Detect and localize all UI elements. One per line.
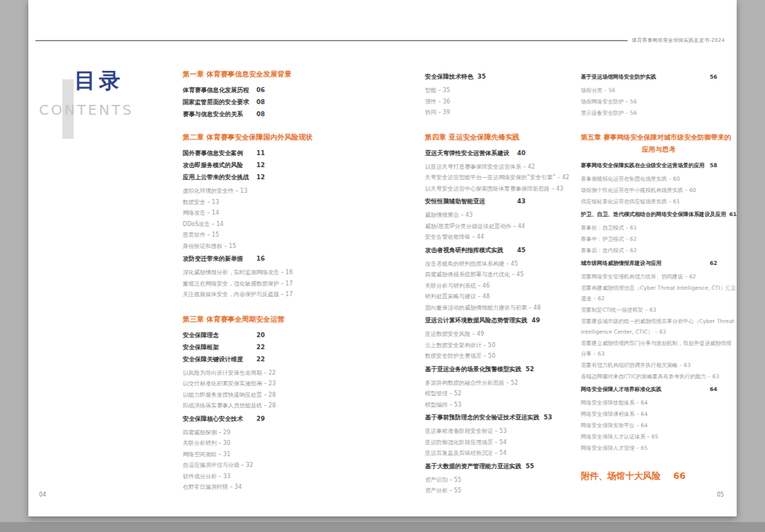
toc-page-number: 52 (526, 366, 534, 373)
toc-sub-item: 场馆网络安全防护 – 56 (581, 96, 737, 107)
toc-sub-item: 模型编排 – 53 (425, 400, 579, 411)
toc-sub-item: 赛事后：迭代模式 – 62 (581, 245, 737, 256)
toc-chapter-line1: 第五章 赛事网络安全保障对城市级安全防御带来的 (581, 132, 737, 142)
toc-page-number: 08 (256, 111, 265, 118)
toc-section-item: 基于亚运业务的场景化预警模型实践52 (425, 366, 579, 373)
toc-chapter-heading: 第四章 亚运安全保障先锋实践 (425, 132, 579, 142)
toc-sub-item: 以交付标准化积累安保实施指南 – 23 (183, 378, 335, 390)
toc-sub-item: 数据安全 – 13 (183, 197, 335, 208)
toc-sub-item: 自适应漏洞评估与分级 – 32 (183, 460, 335, 471)
toc-entry-label: 护卫、自卫、迭代模式相结合的网络安全保障体系建设及应用 (581, 210, 725, 218)
toc-entry-label: 安全保障核心安全技术 (183, 415, 252, 423)
toc-sub-item: 需要制定CTI统一描述框架 – 63 (581, 305, 737, 315)
toc-entry-label: 附件、场馆十大风险 (581, 470, 661, 482)
toc-sub-item: 亚运防御强化阶段应用场景 – 54 (425, 437, 579, 448)
page-number-left: 04 (39, 492, 46, 498)
toc-entry-label: 安全保障框架 (183, 344, 252, 351)
toc-title-en: CONTENTS (39, 101, 133, 118)
toc-section-item: 安全保障框架22 (183, 344, 335, 351)
toc-sub-item: 天穹安全运营智能平台—亚运网络安保的“安全引擎” – 42 (425, 172, 579, 183)
toc-chapter-heading: 第三章 体育赛事全周期安全运营 (183, 315, 335, 324)
toc-sub-item: 关联分析研判 – 30 (183, 438, 335, 449)
toc-section-item: 亚运天穹弹性安全运营体系建设40 (425, 149, 579, 157)
header-rule (35, 40, 628, 41)
toc-page-number: 22 (256, 356, 265, 363)
toc-sub-item: 资产识别 – 55 (425, 475, 579, 486)
toc-section-item: 赛事与信息安全的关系08 (183, 111, 335, 118)
toc-page-number: 64 (710, 385, 718, 393)
toc-section-item: 攻击者视角研判指挥模式实践45 (425, 247, 579, 254)
toc-sub-item: 网络安全保障技能体系 – 64 (581, 397, 737, 408)
toc-sub-item: 需要网络安全管理机构强力统筹、协同建设 – 62 (581, 271, 737, 282)
toc-sub-item: 智能 – 35 (425, 85, 579, 96)
toc-section-item: 体育赛事信息化发展历程06 (183, 86, 335, 94)
toc-page-number: 53 (544, 414, 552, 421)
running-head-doc-title: 体育赛事网络安全保障实践蓝皮书-2024 (632, 37, 725, 44)
toc-sub-item: 供应链轻量化运营在供应链场景实践 – 61 (581, 196, 737, 207)
toc-page-number: 12 (256, 174, 265, 181)
toc-section-item: 安恒恒脑辅助智能亚运43 (425, 198, 579, 205)
toc-entry-label: 基于事前预防理念的安全验证技术亚运实践 (425, 414, 540, 421)
toc-entry-label: 基于亚运业务的场景化预警模型实践 (425, 366, 521, 373)
toc-sub-item: 显示设备安全防护 – 56 (581, 108, 737, 118)
toc-section-item: 基于事前预防理念的安全验证技术亚运实践53 (425, 414, 579, 421)
toc-page-number: 62 (710, 259, 718, 267)
toc-sub-item: 需要建设城市级的统一的威胁情报共享分析中心（Cyber Threat Intel… (581, 316, 737, 337)
toc-sub-item: 网络安全保障实验平台 – 64 (581, 420, 737, 431)
toc-page-number: 11 (256, 149, 265, 157)
toc-sub-item: 以天穹安全运营中心探索国际体育赛事保障新思路 – 43 (425, 183, 579, 195)
toc-sub-item: 亚运数据安全风险 – 49 (425, 329, 579, 340)
toc-sub-item: 网络安全保障人才管理 – 65 (581, 443, 737, 453)
toc-sub-item: 以亚运天穹打造赛事保障安全运营体系 – 42 (425, 162, 579, 173)
toc-sub-item: 亚运事前准备阶段安全验证 – 53 (425, 426, 579, 437)
toc-page-number: 55 (526, 463, 534, 470)
toc-sub-item: 需要建立威胁情报跨部门分享与激励机制，鼓励并促进威胁情报分享 – 63 (581, 338, 737, 359)
toc-entry-label: 国家监管层面的安全要求 (183, 98, 252, 106)
toc-appendix-item: 附件、场馆十大风险66 (581, 470, 737, 482)
toc-entry-label: 赛事网络安全保障实践在企业级安全运营场景的应用 (581, 162, 706, 169)
toc-sub-item: 协同 – 39 (425, 107, 579, 118)
toc-sub-item: 软件成分分析 – 33 (183, 471, 335, 482)
toc-page-number: 29 (256, 415, 265, 423)
toc-column-3: 基于亚运场馆网络安全防护实践56场馆分类 – 56场馆网络安全防护 – 56显示… (581, 69, 737, 482)
toc-sub-item: 场馆分类 – 56 (581, 85, 737, 96)
toc-page-number: 06 (256, 86, 265, 94)
toc-title-block: 目录 CONTENTS (39, 67, 133, 118)
toc-section-item: 赛事网络安全保障实践在企业级安全运营场景的应用58 (581, 162, 737, 169)
toc-section-item: 攻防变迁带来的新举措16 (183, 255, 335, 263)
toc-entry-label: 基于亚运场馆网络安全防护实践 (581, 73, 706, 81)
toc-page-number: 12 (256, 162, 265, 169)
toc-sub-item: 在野零日漏洞狩猎 – 34 (183, 482, 335, 493)
toc-page-number: 56 (710, 73, 718, 81)
toc-section-item: 安全保障理念20 (183, 332, 335, 339)
toc-entry-label: 安全保障关键设计维度 (183, 356, 252, 363)
toc-section-item: 基于亚运场馆网络安全防护实践56 (581, 73, 737, 81)
toc-sub-item: 身份验证和授权 – 15 (183, 241, 335, 252)
toc-sub-item: 四蜜威胁诱捕系统部署与迭代优化 – 45 (425, 269, 579, 281)
toc-chapter-heading: 第一章 体育赛事信息安全发展背景 (183, 69, 335, 79)
toc-page-number: 66 (674, 470, 686, 481)
toc-column-1: 第一章 体育赛事信息安全发展背景体育赛事信息化发展历程06国家监管层面的安全要求… (183, 69, 335, 493)
toc-sub-item: 各端边网疆对来自CTIC的策略要具有参考执行的能力 – 63 (581, 371, 737, 382)
toc-entry-label: 攻防变迁带来的新举措 (183, 255, 252, 263)
toc-chapter-heading: 第五章 赛事网络安全保障对城市级安全防御带来的应用与思考 (581, 132, 737, 154)
toc-column-2: 安全保障技术特色35智能 – 35弹性 – 36协同 – 39第四章 亚运安全保… (425, 69, 579, 497)
toc-page-number: 45 (517, 247, 526, 254)
toc-sub-item: 需要构建威胁情报信息（Cyber Threat Intelligence, CT… (581, 283, 737, 304)
toc-entry-label: 亚运云计算环境数据风险态势管理实践 (425, 317, 528, 324)
toc-entry-label: 安全保障理念 (183, 332, 252, 339)
toc-section-item: 攻击即服务模式的风险12 (183, 162, 335, 169)
toc-sub-item: 弹性 – 36 (425, 96, 579, 108)
toc-sub-item: 虚拟化环境的安全性 – 13 (183, 186, 335, 197)
toc-entry-label: 基于大数据的资产管理能力亚运实践 (425, 463, 521, 470)
toc-sub-item: 网络攻击 – 14 (183, 208, 335, 219)
toc-sub-item: 面向重保活动的威胁情报能力建设与积累 – 48 (425, 302, 579, 314)
toc-sub-item: 网络空间测绘 – 31 (183, 449, 335, 460)
toc-chapter-heading: 第二章 体育赛事安全保障国内外风险现状 (183, 132, 335, 142)
toc-sub-item: 恶意软件 – 15 (183, 230, 335, 241)
toc-section-item: 网络安全保障人才培养标准化实践64 (581, 385, 737, 393)
toc-page-number: 22 (256, 344, 265, 351)
toc-section-item: 国家监管层面的安全要求08 (183, 98, 335, 106)
toc-sub-item: 网络安全保障课程体系 – 64 (581, 409, 737, 419)
toc-section-item: 安全保障技术特色35 (425, 73, 579, 81)
